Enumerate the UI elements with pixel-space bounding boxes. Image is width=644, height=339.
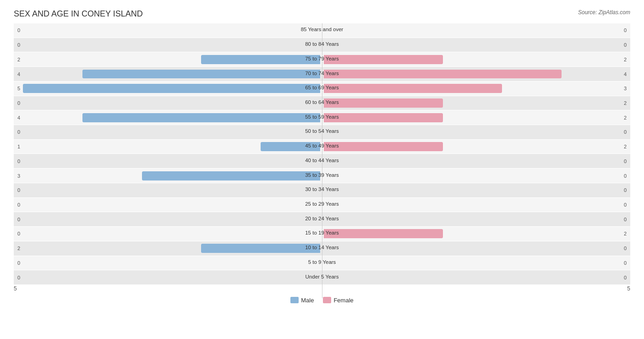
left-section: 2: [14, 52, 322, 66]
male-bar: [142, 171, 320, 180]
age-label: 20 to 24 Years: [301, 216, 343, 221]
female-value: 2: [624, 144, 630, 149]
female-value: 0: [624, 187, 630, 193]
male-value: 0: [14, 202, 20, 208]
female-value: 3: [624, 86, 630, 91]
male-label: Male: [301, 297, 314, 304]
chart-title: SEX AND AGE IN CONEY ISLAND: [14, 9, 630, 19]
age-label: 10 to 14 Years: [301, 245, 343, 250]
left-section: 0: [14, 212, 322, 226]
age-label: 5 to 9 Years: [305, 259, 340, 265]
female-value: 2: [624, 115, 630, 120]
male-value: 0: [14, 275, 20, 280]
age-label: 80 to 84 Years: [301, 41, 343, 47]
age-label: 50 to 54 Years: [301, 128, 343, 134]
chart-area: 0 85 Years and over 0 0 80 to 84 Years: [14, 23, 630, 298]
male-value: 0: [14, 27, 20, 33]
right-section: 0: [322, 169, 630, 183]
age-label: 30 to 34 Years: [301, 186, 343, 192]
age-label: 35 to 39 Years: [301, 172, 343, 178]
legend-female: Female: [323, 297, 353, 304]
male-value: 5: [14, 86, 20, 91]
right-section: 3: [322, 82, 630, 96]
right-section: 0: [322, 270, 630, 284]
age-label: 75 to 79 Years: [301, 56, 343, 61]
female-value: 0: [624, 202, 630, 208]
male-swatch: [290, 297, 299, 303]
left-section: 1: [14, 140, 322, 154]
female-value: 0: [624, 27, 630, 33]
source-text: Source: ZipAtlas.com: [578, 9, 630, 16]
chart-container: SEX AND AGE IN CONEY ISLAND Source: ZipA…: [0, 0, 644, 339]
female-value: 0: [624, 217, 630, 222]
male-value: 0: [14, 159, 20, 164]
male-value: 1: [14, 144, 20, 149]
female-value: 0: [624, 173, 630, 179]
male-value: 2: [14, 57, 20, 62]
left-section: 0: [14, 183, 322, 197]
male-value: 0: [14, 129, 20, 135]
right-section: 0: [322, 241, 630, 256]
female-value: 4: [624, 71, 630, 77]
female-value: 0: [624, 159, 630, 164]
left-section: 0: [14, 154, 322, 168]
female-value: 2: [624, 231, 630, 236]
male-value: 0: [14, 100, 20, 106]
axis-left: 5: [14, 285, 17, 292]
male-value: 3: [14, 173, 20, 179]
left-section: 4: [14, 67, 322, 81]
right-section: 0: [322, 256, 630, 270]
male-value: 4: [14, 71, 20, 77]
right-section: 2: [322, 52, 630, 66]
right-section: 0: [322, 212, 630, 226]
axis-right: 5: [627, 285, 630, 292]
age-label: 45 to 49 Years: [301, 143, 343, 148]
age-label: 65 to 69 Years: [301, 85, 343, 90]
male-value: 4: [14, 115, 20, 120]
right-section: 2: [322, 110, 630, 125]
male-bar: [82, 113, 320, 122]
age-label: Under 5 Years: [302, 274, 343, 279]
female-bar: [324, 84, 502, 93]
right-section: 0: [322, 198, 630, 212]
female-value: 0: [624, 275, 630, 280]
left-section: 2: [14, 241, 322, 256]
age-label: 55 to 59 Years: [301, 114, 343, 120]
male-value: 2: [14, 246, 20, 251]
left-section: 3: [14, 169, 322, 183]
female-swatch: [323, 297, 331, 303]
male-value: 0: [14, 217, 20, 222]
left-section: 4: [14, 110, 322, 125]
right-section: 0: [322, 154, 630, 168]
female-label: Female: [333, 297, 353, 304]
left-section: 0: [14, 96, 322, 110]
left-section: 0: [14, 23, 322, 38]
left-section: 0: [14, 125, 322, 139]
left-section: 5: [14, 82, 322, 96]
right-section: 0: [322, 23, 630, 38]
male-value: 0: [14, 187, 20, 193]
female-value: 0: [624, 42, 630, 48]
female-value: 2: [624, 57, 630, 62]
left-section: 0: [14, 270, 322, 284]
age-label: 25 to 29 Years: [301, 201, 343, 207]
left-section: 0: [14, 227, 322, 241]
right-section: 0: [322, 38, 630, 52]
male-value: 0: [14, 42, 20, 48]
male-value: 0: [14, 231, 20, 236]
age-label: 15 to 19 Years: [301, 230, 343, 235]
female-value: 0: [624, 246, 630, 251]
age-label: 40 to 44 Years: [301, 158, 343, 163]
legend-male: Male: [290, 297, 314, 304]
age-label: 60 to 64 Years: [301, 99, 343, 105]
female-value: 0: [624, 129, 630, 135]
age-label: 85 Years and over: [297, 27, 347, 32]
male-bar: [23, 84, 320, 93]
female-value: 0: [624, 260, 630, 266]
left-section: 0: [14, 256, 322, 270]
right-section: 2: [322, 96, 630, 110]
female-value: 2: [624, 100, 630, 106]
right-section: 0: [322, 183, 630, 197]
left-section: 0: [14, 38, 322, 52]
right-section: 2: [322, 140, 630, 154]
